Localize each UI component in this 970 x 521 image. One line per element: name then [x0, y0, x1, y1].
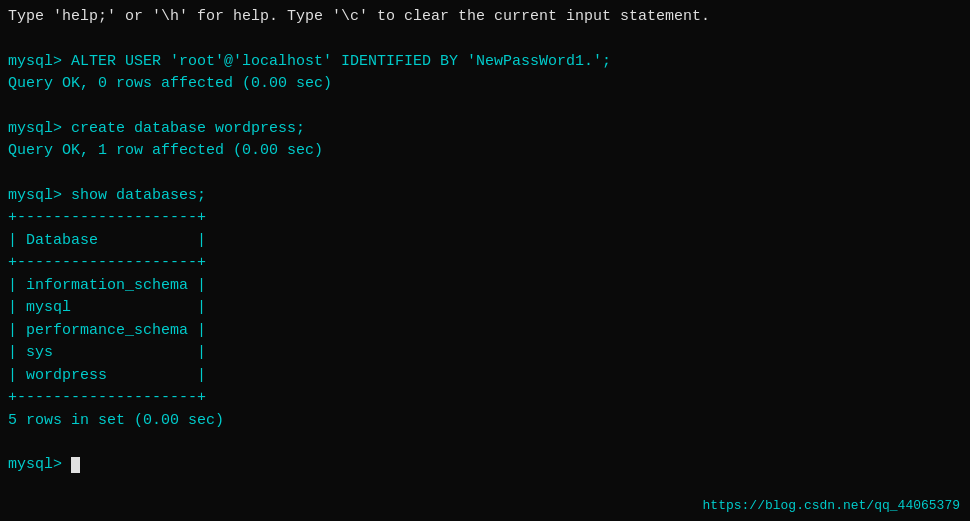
- command-line: mysql> ALTER USER 'root'@'localhost' IDE…: [8, 51, 962, 74]
- result-line: Query OK, 0 rows affected (0.00 sec): [8, 73, 962, 96]
- table-row-line: | performance_schema |: [8, 320, 962, 343]
- info-line: Type 'help;' or '\h' for help. Type '\c'…: [8, 6, 962, 29]
- table-row-line: | Database |: [8, 230, 962, 253]
- terminal: Type 'help;' or '\h' for help. Type '\c'…: [0, 0, 970, 521]
- result-line: Query OK, 1 row affected (0.00 sec): [8, 140, 962, 163]
- table-row-line: | information_schema |: [8, 275, 962, 298]
- table-row-line: | sys |: [8, 342, 962, 365]
- empty-line: [8, 96, 962, 118]
- empty-line: [8, 432, 962, 454]
- empty-line: [8, 163, 962, 185]
- table-border-line: +--------------------+: [8, 252, 962, 275]
- prompt-line: mysql>: [8, 454, 962, 477]
- command-line: mysql> create database wordpress;: [8, 118, 962, 141]
- empty-line: [8, 29, 962, 51]
- table-border-line: +--------------------+: [8, 207, 962, 230]
- cursor: [71, 457, 80, 473]
- result-line: 5 rows in set (0.00 sec): [8, 410, 962, 433]
- table-row-line: | mysql |: [8, 297, 962, 320]
- watermark: https://blog.csdn.net/qq_44065379: [703, 498, 960, 513]
- table-row-line: | wordpress |: [8, 365, 962, 388]
- command-line: mysql> show databases;: [8, 185, 962, 208]
- table-border-line: +--------------------+: [8, 387, 962, 410]
